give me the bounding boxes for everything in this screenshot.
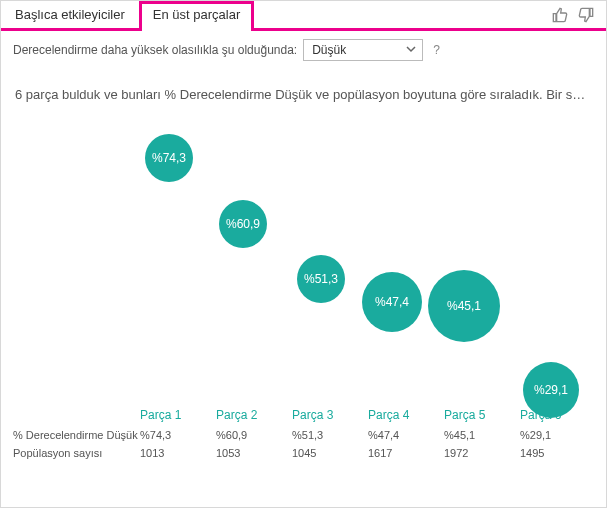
value-dropdown[interactable]: Düşük xyxy=(303,39,423,61)
segment-bubble[interactable]: %45,1 xyxy=(428,270,500,342)
cell-pct: %45,1 xyxy=(442,429,518,441)
dropdown-value: Düşük xyxy=(312,43,346,57)
segment-label[interactable]: Parça 3 xyxy=(290,408,366,422)
segment-bubble-chart: %74,3%60,9%51,3%47,4%45,1%29,1 xyxy=(13,112,594,402)
segment-bubble[interactable]: %47,4 xyxy=(362,272,422,332)
segment-label[interactable]: Parça 4 xyxy=(366,408,442,422)
tab-bar: Başlıca etkileyiciler En üst parçalar xyxy=(1,1,606,31)
thumbs-up-icon[interactable] xyxy=(552,7,568,28)
help-icon[interactable]: ? xyxy=(429,43,444,57)
cell-pct: %60,9 xyxy=(214,429,290,441)
cell-pct: %51,3 xyxy=(290,429,366,441)
segment-bubble[interactable]: %60,9 xyxy=(219,200,267,248)
cell-pop: 1045 xyxy=(290,447,366,459)
tab-top-segments[interactable]: En üst parçalar xyxy=(139,1,254,31)
cell-pop: 1495 xyxy=(518,447,594,459)
row-label-pop: Popülasyon sayısı xyxy=(13,447,138,459)
feedback-icons xyxy=(552,1,606,28)
segment-label[interactable]: Parça 5 xyxy=(442,408,518,422)
cell-pct: %47,4 xyxy=(366,429,442,441)
segment-column-labels: Parça 1 Parça 2 Parça 3 Parça 4 Parça 5 … xyxy=(13,402,594,426)
cell-pop: 1053 xyxy=(214,447,290,459)
cell-pop: 1617 xyxy=(366,447,442,459)
summary-text: 6 parça bulduk ve bunları % Derecelendir… xyxy=(1,73,606,112)
thumbs-down-icon[interactable] xyxy=(578,7,594,28)
table-row: Popülasyon sayısı 1013 1053 1045 1617 19… xyxy=(13,444,594,462)
segment-label[interactable]: Parça 1 xyxy=(138,408,214,422)
segment-bubble[interactable]: %51,3 xyxy=(297,255,345,303)
cell-pct: %29,1 xyxy=(518,429,594,441)
cell-pop: 1013 xyxy=(138,447,214,459)
segment-bubble[interactable]: %29,1 xyxy=(523,362,579,418)
table-row: % Derecelendirme Düşük %74,3 %60,9 %51,3… xyxy=(13,426,594,444)
cell-pct: %74,3 xyxy=(138,429,214,441)
cell-pop: 1972 xyxy=(442,447,518,459)
segment-label[interactable]: Parça 2 xyxy=(214,408,290,422)
tab-influencers[interactable]: Başlıca etkileyiciler xyxy=(1,1,139,28)
filter-controls: Derecelendirme daha yüksek olasılıkla şu… xyxy=(1,31,606,73)
chevron-down-icon xyxy=(406,43,416,57)
filter-prompt: Derecelendirme daha yüksek olasılıkla şu… xyxy=(13,43,297,57)
row-label-pct: % Derecelendirme Düşük xyxy=(13,429,138,441)
segment-bubble[interactable]: %74,3 xyxy=(145,134,193,182)
